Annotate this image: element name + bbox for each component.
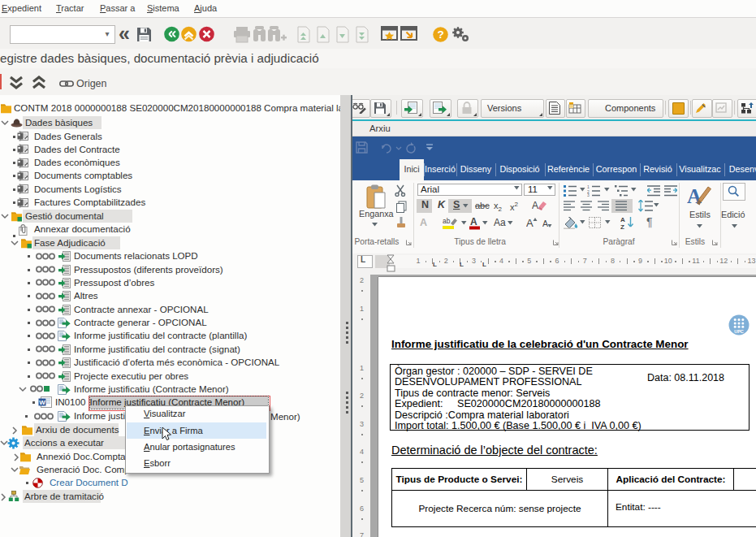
svg-text:?: ? (437, 28, 443, 41)
svg-text:Z: Z (620, 223, 624, 230)
svg-text:A: A (542, 219, 548, 228)
svg-text:A: A (470, 216, 477, 227)
svg-text:ab: ab (443, 217, 451, 225)
svg-text:3: 3 (587, 193, 590, 197)
svg-text:A: A (532, 200, 538, 211)
svg-text:UPC: UPC (734, 329, 744, 334)
svg-text:A: A (526, 217, 534, 229)
svg-text:W: W (39, 399, 45, 406)
